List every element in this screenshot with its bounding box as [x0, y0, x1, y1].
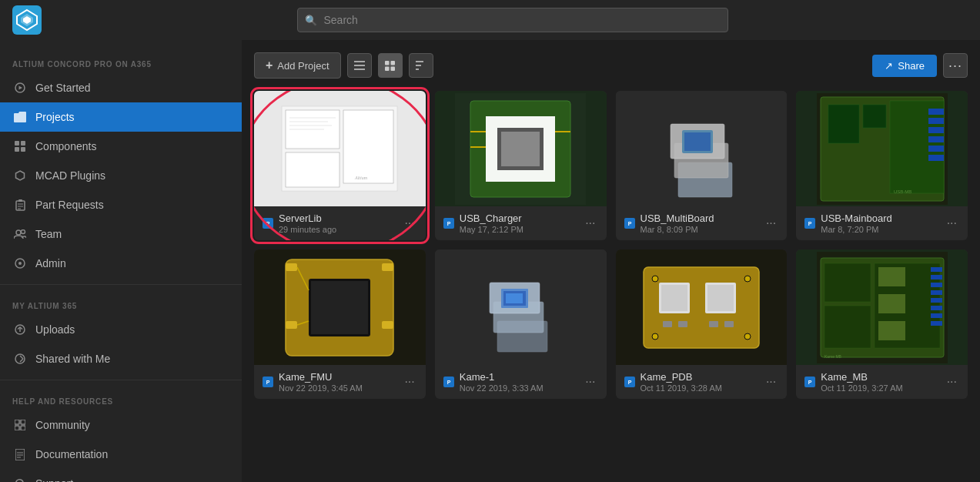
svg-point-19	[18, 262, 22, 265]
sidebar-item-shared[interactable]: Shared with Me	[0, 344, 242, 373]
svg-rect-39	[385, 61, 390, 65]
sidebar-item-support[interactable]: Support	[0, 469, 242, 482]
app-logo[interactable]	[12, 5, 42, 35]
sidebar-label-admin: Admin	[35, 257, 66, 269]
project-date-kame-pdb: Oct 11 2019, 3:28 AM	[641, 383, 758, 393]
card-info-usb-mainboard: USB-Mainboard Mar 8, 7:20 PM	[821, 213, 938, 234]
project-menu-kame-mb[interactable]: ···	[944, 373, 960, 390]
sidebar-item-mcad[interactable]: MCAD Plugins	[0, 161, 242, 190]
project-menu-serverlib[interactable]: ···	[401, 215, 417, 232]
project-name-kame-mb: Kame_MB	[821, 371, 938, 383]
svg-rect-49	[343, 110, 393, 183]
project-menu-kame-pdb[interactable]: ···	[763, 373, 779, 390]
project-icon-kame-1: P	[443, 376, 455, 388]
project-card-usb-multiboard[interactable]: P USB_MultiBoard Mar 8, 8:09 PM ···	[616, 91, 788, 240]
sidebar-item-documentation[interactable]: Documentation	[0, 440, 242, 469]
project-icon-kame-mb: P	[804, 376, 816, 388]
project-card-usb-mainboard[interactable]: USB-MB P USB-Mainboard Mar 8, 7:20 PM ··…	[796, 91, 968, 240]
list-view-button[interactable]	[347, 53, 372, 78]
project-card-serverlib[interactable]: Altium P ServerLib 29 minutes ago ···	[254, 91, 426, 240]
svg-text:P: P	[266, 380, 270, 385]
main-layout: Altium Concord Pro on A365 Get Started P…	[0, 40, 980, 482]
card-info-serverlib: ServerLib 29 minutes ago	[279, 213, 396, 234]
project-thumbnail-kame-mb: Kame MB	[796, 249, 968, 365]
svg-point-22	[15, 354, 25, 363]
project-card-kame-1[interactable]: P Kame-1 Nov 22 2019, 3:33 AM ···	[435, 249, 607, 399]
svg-line-23	[20, 356, 23, 359]
sidebar: Altium Concord Pro on A365 Get Started P…	[0, 40, 242, 482]
svg-rect-138	[931, 321, 942, 326]
topbar: 🔍	[0, 0, 980, 40]
sidebar-label-uploads: Uploads	[35, 323, 75, 336]
content-toolbar: + Add Project ↗ Share ···	[254, 52, 968, 79]
svg-rect-12	[18, 199, 22, 202]
svg-rect-131	[931, 267, 942, 272]
svg-rect-107	[506, 293, 523, 303]
project-menu-usb-mainboard[interactable]: ···	[944, 215, 960, 232]
svg-text:P: P	[808, 380, 812, 385]
project-menu-kame-1[interactable]: ···	[582, 373, 598, 390]
sidebar-item-get-started[interactable]: Get Started	[0, 73, 242, 102]
sidebar-item-team[interactable]: Team	[0, 219, 242, 249]
svg-rect-6	[15, 141, 19, 146]
clipboard-icon	[12, 197, 28, 213]
sidebar-label-documentation: Documentation	[35, 448, 108, 460]
svg-rect-118	[709, 321, 718, 327]
project-menu-kame-fmu[interactable]: ···	[401, 373, 417, 390]
svg-rect-81	[928, 118, 944, 124]
project-date-usb-charger: May 17, 2:12 PM	[460, 225, 577, 234]
sidebar-item-admin[interactable]: Admin	[0, 249, 242, 278]
svg-rect-27	[15, 426, 19, 430]
card-footer-usb-mainboard: P USB-Mainboard Mar 8, 7:20 PM ···	[796, 206, 968, 240]
svg-rect-25	[15, 420, 19, 424]
sort-button[interactable]	[409, 53, 433, 78]
svg-rect-78	[863, 105, 886, 128]
project-icon-kame-pdb: P	[624, 376, 636, 388]
svg-text:Altium: Altium	[354, 176, 368, 180]
svg-rect-140	[878, 294, 905, 313]
card-info-kame-fmu: Kame_FMU Nov 22 2019, 3:45 AM	[279, 371, 396, 393]
sidebar-label-support: Support	[35, 477, 73, 482]
project-menu-usb-charger[interactable]: ···	[582, 215, 598, 232]
svg-rect-28	[21, 426, 25, 430]
project-card-kame-pdb[interactable]: P Kame_PDB Oct 11 2019, 3:28 AM ···	[616, 249, 788, 399]
card-footer-kame-mb: P Kame_MB Oct 11 2019, 3:27 AM ···	[796, 365, 968, 399]
project-card-kame-mb[interactable]: Kame MB P Kame_MB Oct 11 2019, 3:27 AM ·…	[796, 249, 968, 399]
card-footer-kame-pdb: P Kame_PDB Oct 11 2019, 3:28 AM ···	[616, 365, 788, 399]
projects-grid: Altium P ServerLib 29 minutes ago ···	[254, 91, 968, 399]
content-area: + Add Project ↗ Share ···	[242, 40, 980, 482]
add-project-button[interactable]: + Add Project	[254, 52, 341, 79]
search-input[interactable]	[297, 8, 728, 32]
sidebar-label-community: Community	[35, 419, 90, 431]
admin-icon	[12, 256, 28, 271]
project-icon-kame-fmu: P	[262, 376, 274, 388]
sidebar-item-projects[interactable]: Projects	[0, 102, 242, 132]
svg-point-16	[16, 230, 21, 235]
sidebar-item-community[interactable]: Community	[0, 410, 242, 440]
svg-marker-10	[16, 171, 25, 180]
project-menu-usb-multiboard[interactable]: ···	[763, 215, 779, 232]
share-button[interactable]: ↗ Share	[872, 55, 937, 77]
svg-text:P: P	[808, 221, 812, 226]
svg-rect-128	[824, 263, 871, 302]
more-dots-label: ···	[948, 58, 962, 74]
project-card-usb-charger[interactable]: P USB_Charger May 17, 2:12 PM ···	[435, 91, 607, 240]
project-thumbnail-usb-charger	[435, 91, 607, 206]
svg-point-121	[744, 276, 751, 282]
sidebar-divider-1	[0, 284, 242, 285]
svg-rect-135	[931, 298, 942, 303]
upload-icon	[12, 322, 28, 337]
project-date-kame-1: Nov 22 2019, 3:33 AM	[460, 383, 577, 393]
grid-view-button[interactable]	[378, 53, 403, 78]
sidebar-item-components[interactable]: Components	[0, 132, 242, 161]
sidebar-item-part-requests[interactable]: Part Requests	[0, 190, 242, 219]
more-options-button[interactable]: ···	[943, 53, 968, 78]
project-icon-usb-charger: P	[443, 217, 455, 229]
support-icon	[12, 476, 28, 482]
card-info-usb-charger: USB_Charger May 17, 2:12 PM	[460, 213, 577, 234]
sidebar-item-uploads[interactable]: Uploads	[0, 315, 242, 344]
project-card-kame-fmu[interactable]: P Kame_FMU Nov 22 2019, 3:45 AM ···	[254, 249, 426, 399]
svg-rect-84	[928, 146, 944, 152]
svg-point-122	[652, 333, 658, 340]
plus-icon: +	[266, 59, 273, 72]
